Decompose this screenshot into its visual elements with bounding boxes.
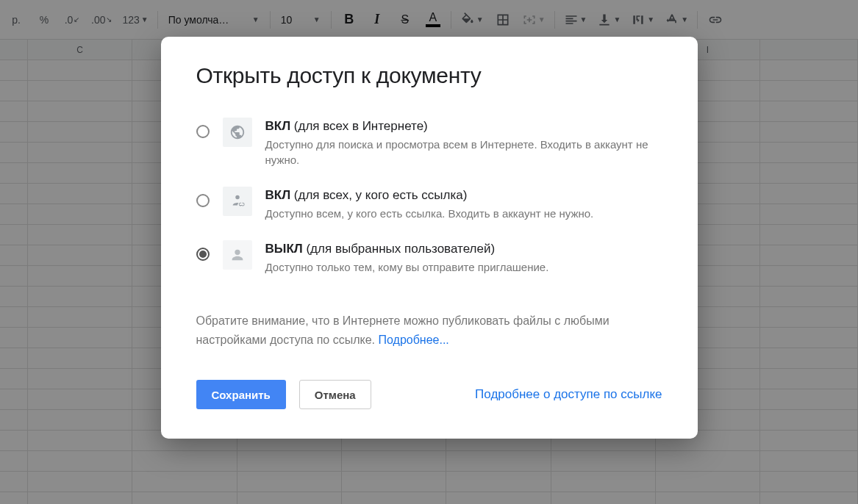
radio-public-web[interactable] — [196, 125, 210, 138]
sharing-options: ВКЛ (для всех в Интернете) Доступно для … — [196, 118, 662, 275]
learn-more-link[interactable]: Подробнее... — [379, 334, 449, 346]
modal-overlay: Открыть доступ к документу ВКЛ (для всех… — [0, 0, 858, 504]
save-button[interactable]: Сохранить — [196, 380, 286, 409]
option-title: ВКЛ (для всех в Интернете) — [265, 119, 662, 134]
option-title: ВЫКЛ (для выбранных пользователей) — [265, 242, 662, 256]
cancel-button[interactable]: Отмена — [299, 380, 371, 409]
dialog-title: Открыть доступ к документу — [196, 63, 662, 88]
option-anyone-link: ВКЛ (для всех, у кого есть ссылка) Досту… — [196, 187, 662, 221]
option-desc: Доступно всем, у кого есть ссылка. Входи… — [265, 206, 662, 221]
more-about-link-sharing[interactable]: Подробнее о доступе по ссылке — [475, 387, 662, 402]
option-public-web: ВКЛ (для всех в Интернете) Доступно для … — [196, 118, 662, 168]
person-link-icon — [223, 187, 252, 216]
share-dialog: Открыть доступ к документу ВКЛ (для всех… — [161, 37, 698, 439]
dialog-footer: Сохранить Отмена Подробнее о доступе по … — [196, 380, 662, 409]
option-specific-people: ВЫКЛ (для выбранных пользователей) Досту… — [196, 240, 662, 275]
option-title: ВКЛ (для всех, у кого есть ссылка) — [265, 188, 662, 203]
note-text: Обратите внимание, что в Интернете можно… — [196, 312, 662, 349]
radio-anyone-link[interactable] — [196, 194, 210, 207]
person-icon — [223, 240, 252, 270]
radio-specific-people[interactable] — [196, 248, 210, 261]
globe-icon — [223, 118, 252, 147]
option-desc: Доступно для поиска и просмотра всем в И… — [265, 137, 662, 168]
option-desc: Доступно только тем, кому вы отправите п… — [265, 259, 662, 275]
